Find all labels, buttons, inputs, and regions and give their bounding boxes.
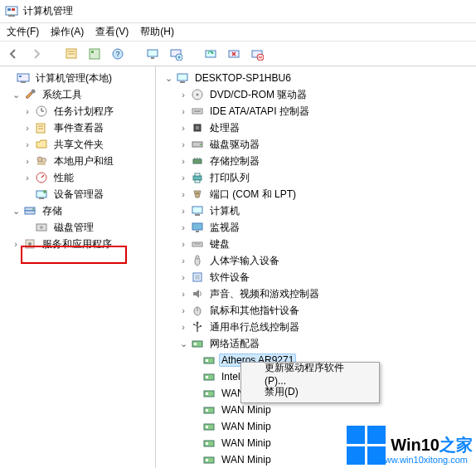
svg-rect-54 xyxy=(196,126,199,129)
dev-softdev[interactable]: ›软件设备 xyxy=(159,269,476,285)
nic-icon xyxy=(202,370,216,383)
expand-icon[interactable]: ⌄ xyxy=(10,89,22,100)
left-pane: 计算机管理(本地) ⌄系统工具 ›任务计划程序 ›事件查看器 ›共享文件夹 ›本… xyxy=(0,66,156,468)
tree-root[interactable]: 计算机管理(本地) xyxy=(3,70,155,86)
tb-show-icon[interactable] xyxy=(85,44,104,64)
port-icon xyxy=(191,188,204,201)
expand-icon[interactable]: ⌄ xyxy=(177,338,189,349)
tb-update-icon[interactable] xyxy=(201,44,221,64)
dev-usb[interactable]: ›通用串行总线控制器 xyxy=(159,319,476,335)
computer-icon xyxy=(176,71,189,85)
tree-performance[interactable]: ›性能 xyxy=(3,169,155,186)
dev-monitor[interactable]: ›监视器 xyxy=(159,219,476,236)
expand-icon[interactable]: › xyxy=(10,238,22,250)
tree-localusers[interactable]: ›本地用户和组 xyxy=(3,153,155,169)
tb-uninstall-icon[interactable] xyxy=(247,44,267,64)
expand-icon[interactable]: › xyxy=(22,172,33,183)
expand-icon[interactable]: › xyxy=(177,288,189,300)
tree-eventviewer[interactable]: ›事件查看器 xyxy=(3,119,155,136)
svg-rect-95 xyxy=(206,442,208,445)
expand-icon[interactable]: › xyxy=(177,105,189,117)
tree-devicemgr[interactable]: 设备管理器 xyxy=(3,186,155,202)
menu-action[interactable]: 操作(A) xyxy=(51,25,84,39)
tree-shared[interactable]: ›共享文件夹 xyxy=(3,136,155,153)
svg-rect-90 xyxy=(204,407,214,413)
dev-sound[interactable]: ›声音、视频和游戏控制器 xyxy=(159,285,476,302)
dvd-icon xyxy=(191,88,204,101)
device-tree[interactable]: ⌄DESKTOP-SP1HBU6 ›DVD/CD-ROM 驱动器 ›IDE AT… xyxy=(156,66,476,468)
dev-root[interactable]: ⌄DESKTOP-SP1HBU6 xyxy=(159,70,476,86)
watermark-brand: Win10之家 xyxy=(391,436,473,454)
dev-network[interactable]: ⌄网络适配器 xyxy=(159,335,476,352)
nic-icon xyxy=(202,403,216,417)
svg-rect-8 xyxy=(91,51,94,53)
storage-ctrl-icon xyxy=(191,154,204,168)
svg-rect-92 xyxy=(204,424,214,430)
expand-icon[interactable]: › xyxy=(22,105,33,117)
dev-computer[interactable]: ›计算机 xyxy=(159,202,476,219)
dev-cpu[interactable]: ›处理器 xyxy=(159,119,476,136)
nic-icon xyxy=(202,436,216,450)
expand-icon[interactable]: › xyxy=(177,139,189,150)
dev-print[interactable]: ›打印队列 xyxy=(159,169,476,186)
expand-icon[interactable]: › xyxy=(22,139,33,150)
expand-icon[interactable]: › xyxy=(177,238,189,250)
expand-icon[interactable]: › xyxy=(177,222,189,233)
expand-icon[interactable]: › xyxy=(177,205,189,217)
tb-help-icon[interactable]: ? xyxy=(108,44,128,64)
dev-keyboard[interactable]: ›键盘 xyxy=(159,236,476,252)
net-wan2[interactable]: WAN Minip xyxy=(159,402,476,418)
menu-view[interactable]: 查看(V) xyxy=(95,25,129,39)
svg-rect-97 xyxy=(206,459,208,461)
svg-point-25 xyxy=(32,90,36,94)
menu-file[interactable]: 文件(F) xyxy=(7,25,39,39)
expand-icon[interactable]: ⌄ xyxy=(10,205,22,217)
tree-systools[interactable]: ⌄系统工具 xyxy=(3,86,155,103)
svg-point-56 xyxy=(200,144,202,145)
dev-storagectrl[interactable]: ›存储控制器 xyxy=(159,153,476,169)
svg-rect-22 xyxy=(17,74,29,81)
tb-scan-icon[interactable] xyxy=(166,44,186,64)
expand-icon[interactable]: › xyxy=(177,321,189,333)
expand-icon[interactable]: › xyxy=(22,155,33,167)
dev-mouse[interactable]: ›鼠标和其他指针设备 xyxy=(159,302,476,319)
devmgr-icon xyxy=(35,188,48,201)
watermark: Win10之家 www.win10xitong.com xyxy=(347,426,473,465)
svg-rect-24 xyxy=(21,81,26,83)
dev-ports[interactable]: ›端口 (COM 和 LPT) xyxy=(159,186,476,202)
expand-icon[interactable]: › xyxy=(177,188,189,200)
dev-ide[interactable]: ›IDE ATA/ATAPI 控制器 xyxy=(159,103,476,119)
tb-monitor-icon[interactable] xyxy=(143,44,163,64)
svg-rect-86 xyxy=(204,374,214,380)
softdev-icon xyxy=(191,271,204,284)
menu-help[interactable]: 帮助(H) xyxy=(140,25,174,39)
expand-icon[interactable]: › xyxy=(177,89,189,100)
expand-icon[interactable]: › xyxy=(177,305,189,316)
tree-tasksched[interactable]: ›任务计划程序 xyxy=(3,103,155,119)
expand-icon[interactable]: › xyxy=(22,122,33,134)
expand-icon[interactable]: › xyxy=(177,122,189,134)
expand-icon[interactable]: › xyxy=(177,155,189,167)
mgmt-tree[interactable]: 计算机管理(本地) ⌄系统工具 ›任务计划程序 ›事件查看器 ›共享文件夹 ›本… xyxy=(0,66,155,252)
dev-disk[interactable]: ›磁盘驱动器 xyxy=(159,136,476,153)
back-button[interactable] xyxy=(3,44,23,64)
expand-icon[interactable]: › xyxy=(177,172,189,183)
forward-button[interactable] xyxy=(27,44,46,64)
expand-icon[interactable]: › xyxy=(177,271,189,283)
context-menu: 更新驱动程序软件(P)... 禁用(D) xyxy=(240,362,380,403)
tree-services[interactable]: ›服务和应用程序 xyxy=(3,236,155,252)
monitor-icon xyxy=(191,221,204,234)
svg-point-64 xyxy=(196,193,197,194)
tree-diskmgmt[interactable]: 磁盘管理 xyxy=(3,219,155,236)
usb-icon xyxy=(191,320,204,334)
dev-dvd[interactable]: ›DVD/CD-ROM 驱动器 xyxy=(159,86,476,103)
dev-hid[interactable]: ›人体学输入设备 xyxy=(159,252,476,269)
tb-prop-icon[interactable] xyxy=(61,44,81,64)
ctx-update-driver[interactable]: 更新驱动程序软件(P)... xyxy=(243,364,377,383)
tb-disable-icon[interactable] xyxy=(224,44,244,64)
svg-rect-66 xyxy=(192,207,202,213)
expand-icon[interactable]: › xyxy=(177,255,189,266)
svg-point-44 xyxy=(40,226,43,229)
expand-icon[interactable]: ⌄ xyxy=(163,72,174,84)
tree-storage[interactable]: ⌄存储 xyxy=(3,202,155,219)
